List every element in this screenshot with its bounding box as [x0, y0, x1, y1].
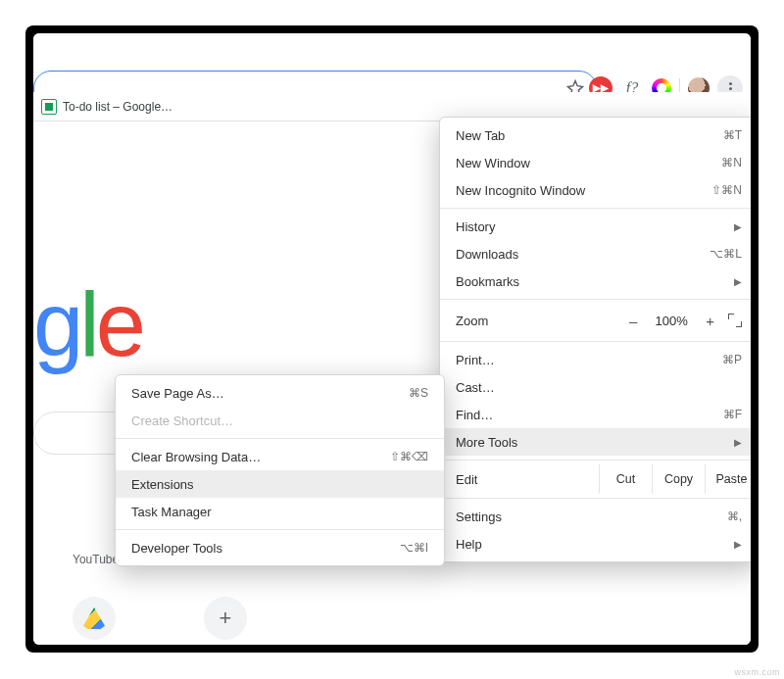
chrome-window: ▶▶ f? To-do list – Google… gle YouTube V… [33, 33, 751, 645]
submenu-developer-tools[interactable]: Developer Tools ⌥⌘I [116, 534, 444, 561]
menu-shortcut: ⌥⌘I [400, 541, 428, 555]
menu-more-tools[interactable]: More Tools ▶ [440, 428, 751, 456]
submenu-arrow-icon: ▶ [734, 276, 742, 287]
menu-label: Help [456, 537, 726, 552]
zoom-percent: 100% [651, 314, 692, 328]
menu-zoom-row: Zoom – 100% + [440, 304, 751, 337]
menu-label: New Tab [456, 128, 723, 143]
menu-label: Clear Browsing Data… [131, 450, 390, 464]
menu-shortcut: ⇧⌘N [711, 183, 742, 197]
submenu-task-manager[interactable]: Task Manager [116, 498, 444, 525]
fullscreen-icon[interactable] [728, 314, 742, 327]
menu-downloads[interactable]: Downloads ⌥⌘L [440, 240, 751, 267]
menu-cast[interactable]: Cast… [440, 373, 751, 401]
menu-label: Extensions [131, 477, 428, 492]
menu-settings[interactable]: Settings ⌘, [440, 503, 751, 530]
submenu-arrow-icon: ▶ [734, 221, 742, 232]
menu-separator [440, 341, 751, 342]
menu-label: Bookmarks [456, 274, 726, 289]
shortcut-drive[interactable] [73, 597, 116, 640]
edit-cut-button[interactable]: Cut [599, 464, 652, 494]
menu-label: Edit [456, 472, 599, 487]
menu-shortcut: ⌘, [727, 509, 742, 523]
menu-label: Find… [456, 408, 723, 422]
menu-label: History [456, 219, 726, 234]
menu-new-tab[interactable]: New Tab ⌘T [440, 121, 751, 149]
menu-label: Developer Tools [131, 541, 400, 556]
menu-separator [116, 438, 444, 439]
submenu-arrow-icon: ▶ [734, 539, 742, 550]
submenu-extensions[interactable]: Extensions [116, 470, 444, 498]
menu-separator [440, 299, 751, 300]
menu-label: Create Shortcut… [131, 413, 428, 428]
menu-label: More Tools [456, 435, 726, 450]
submenu-clear-browsing-data[interactable]: Clear Browsing Data… ⇧⌘⌫ [116, 443, 444, 470]
menu-separator [440, 208, 751, 209]
menu-label: Settings [456, 509, 727, 524]
menu-shortcut: ⌘T [723, 128, 742, 142]
menu-shortcut: ⇧⌘⌫ [390, 450, 428, 463]
google-logo: gle [33, 273, 142, 376]
drive-icon [83, 607, 105, 629]
menu-new-window[interactable]: New Window ⌘N [440, 149, 751, 176]
menu-label: Print… [456, 353, 722, 367]
menu-edit-row: Edit Cut Copy Paste [440, 464, 751, 494]
menu-history[interactable]: History ▶ [440, 213, 751, 240]
shortcut-add[interactable]: + [204, 597, 247, 640]
menu-bookmarks[interactable]: Bookmarks ▶ [440, 267, 751, 295]
browser-toolbar: ▶▶ f? [33, 33, 751, 92]
menu-shortcut: ⌘S [409, 386, 428, 400]
menu-label: Save Page As… [131, 386, 409, 401]
more-tools-submenu: Save Page As… ⌘S Create Shortcut… Clear … [115, 374, 445, 566]
menu-separator [440, 460, 751, 461]
bookmark-item[interactable]: To-do list – Google… [63, 100, 172, 114]
menu-shortcut: ⌥⌘L [710, 247, 742, 261]
menu-shortcut: ⌘N [721, 156, 742, 170]
zoom-out-button[interactable]: – [629, 313, 637, 329]
menu-separator [440, 498, 751, 499]
app-window-frame: ▶▶ f? To-do list – Google… gle YouTube V… [25, 25, 759, 653]
sheets-icon [41, 99, 57, 115]
submenu-arrow-icon: ▶ [734, 437, 742, 448]
watermark-text: wsxm.com [735, 667, 781, 677]
menu-print[interactable]: Print… ⌘P [440, 346, 751, 373]
menu-shortcut: ⌘F [723, 408, 742, 421]
submenu-save-page[interactable]: Save Page As… ⌘S [116, 379, 444, 407]
submenu-create-shortcut: Create Shortcut… [116, 407, 444, 434]
zoom-in-button[interactable]: + [706, 313, 714, 329]
chrome-main-menu: New Tab ⌘T New Window ⌘N New Incognito W… [439, 117, 751, 562]
edit-paste-button[interactable]: Paste [705, 464, 751, 494]
menu-shortcut: ⌘P [722, 353, 742, 366]
edit-copy-button[interactable]: Copy [652, 464, 705, 494]
menu-label: Cast… [456, 380, 742, 395]
menu-separator [116, 529, 444, 530]
menu-label: New Window [456, 156, 721, 170]
menu-label: Zoom [456, 314, 629, 328]
menu-label: New Incognito Window [456, 183, 711, 198]
menu-label: Task Manager [131, 505, 428, 519]
menu-find[interactable]: Find… ⌘F [440, 401, 751, 428]
menu-help[interactable]: Help ▶ [440, 530, 751, 558]
menu-label: Downloads [456, 247, 710, 262]
menu-new-incognito[interactable]: New Incognito Window ⇧⌘N [440, 176, 751, 204]
